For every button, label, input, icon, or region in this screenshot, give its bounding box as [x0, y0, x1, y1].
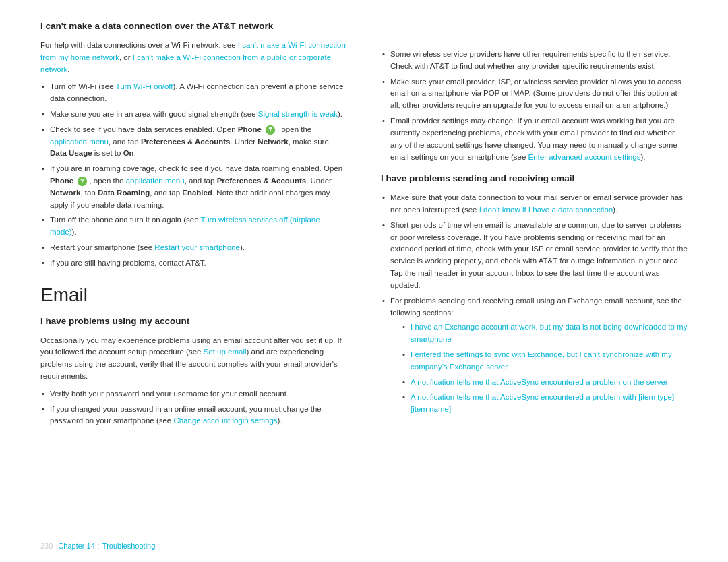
- account-problems-list: Verify both your password and your usern…: [40, 388, 347, 427]
- page: I can't make a data connection over the …: [0, 0, 728, 562]
- right-column: Some wireless service providers have oth…: [374, 20, 688, 431]
- chapter-label: Chapter 14: [58, 542, 94, 550]
- section-account-problems: I have problems using my account Occasio…: [40, 315, 347, 428]
- list-item-contact-att: If you are still having problems, contac…: [40, 257, 347, 270]
- link-exchange-sync[interactable]: I entered the settings to sync with Exch…: [411, 350, 672, 371]
- exchange-sub-list: I have an Exchange account at work, but …: [401, 321, 688, 416]
- link-exchange-work[interactable]: I have an Exchange account at work, but …: [411, 323, 687, 343]
- phone-icon-2: [77, 176, 88, 187]
- list-item-change-password: If you changed your password in an onlin…: [40, 404, 347, 428]
- link-activesync-item[interactable]: A notification tells me that ActiveSync …: [411, 393, 674, 413]
- list-item-roaming: If you are in roaming coverage, check to…: [40, 163, 347, 211]
- list-item-data-connection: Make sure that your data connection to y…: [381, 192, 688, 216]
- link-change-account-login[interactable]: Change account login settings: [173, 416, 277, 425]
- section-sending-receiving: I have problems sending and receiving em…: [381, 173, 688, 416]
- link-app-menu-2[interactable]: application menu: [126, 177, 185, 185]
- link-dont-know-data[interactable]: I don't know if I have a data connection: [479, 206, 613, 214]
- link-advanced-account[interactable]: Enter advanced account settings: [528, 153, 641, 161]
- section-right-top: Some wireless service providers have oth…: [381, 49, 688, 163]
- main-content: I can't make a data connection over the …: [40, 20, 688, 431]
- sub-item-exchange-work: I have an Exchange account at work, but …: [401, 321, 688, 346]
- left-column: I can't make a data connection over the …: [40, 20, 354, 431]
- list-item-wifi-off: Turn off Wi-Fi (see Turn Wi-Fi on/off). …: [40, 81, 347, 105]
- list-item-settings-change: Email provider settings may change. If y…: [381, 115, 688, 163]
- list-item-verify-password: Verify both your password and your usern…: [40, 388, 347, 400]
- link-restart[interactable]: Restart your smartphone: [154, 243, 240, 251]
- link-signal-weak[interactable]: Signal strength is weak: [258, 110, 338, 118]
- right-top-list: Some wireless service providers have oth…: [381, 49, 688, 163]
- list-item-short-periods: Short periods of time when email is unav…: [381, 220, 688, 292]
- sending-receiving-list: Make sure that your data connection to y…: [381, 192, 688, 416]
- link-activesync-server[interactable]: A notification tells me that ActiveSync …: [411, 378, 668, 386]
- sub-item-exchange-sync: I entered the settings to sync with Exch…: [401, 349, 688, 373]
- section-account-intro: Occasionally you may experience problems…: [40, 335, 347, 383]
- link-wifi-onoff[interactable]: Turn Wi-Fi on/off: [116, 82, 173, 90]
- section-data-connection-heading: I can't make a data connection over the …: [40, 20, 347, 33]
- sub-item-activesync-server: A notification tells me that ActiveSync …: [401, 377, 688, 389]
- data-connection-list: Turn off Wi-Fi (see Turn Wi-Fi on/off). …: [40, 81, 347, 269]
- chapter-title: Troubleshooting: [102, 542, 155, 550]
- list-item-exchange-problems: For problems sending and receiving email…: [381, 295, 688, 416]
- list-item-pop-imap: Make sure your email provider, ISP, or w…: [381, 76, 688, 112]
- section-sending-heading: I have problems sending and receiving em…: [381, 173, 688, 185]
- section-account-heading: I have problems using my account: [40, 315, 347, 328]
- page-number: 230: [40, 542, 53, 550]
- footer-separator: :: [98, 542, 100, 550]
- section-data-connection-intro: For help with data connections over a Wi…: [40, 40, 347, 75]
- link-wireless-off[interactable]: Turn wireless services off (airplane mod…: [50, 216, 320, 236]
- link-setup-email[interactable]: Set up email: [204, 348, 247, 356]
- list-item-restart: Restart your smartphone (see Restart you…: [40, 242, 347, 254]
- sub-item-activesync-item: A notification tells me that ActiveSync …: [401, 392, 688, 416]
- footer: 230 Chapter 14 : Troubleshooting: [0, 542, 728, 550]
- link-app-menu-1[interactable]: application menu: [50, 137, 109, 146]
- list-item-wireless-off: Turn off the phone and turn it on again …: [40, 214, 347, 239]
- list-item-data-services: Check to see if you have data services e…: [40, 124, 347, 160]
- email-section-title: Email: [40, 284, 347, 306]
- section-data-connection: I can't make a data connection over the …: [40, 20, 347, 270]
- list-item-signal: Make sure you are in an area with good s…: [40, 108, 347, 121]
- list-item-provider-requirements: Some wireless service providers have oth…: [381, 49, 688, 73]
- phone-icon: [265, 125, 276, 135]
